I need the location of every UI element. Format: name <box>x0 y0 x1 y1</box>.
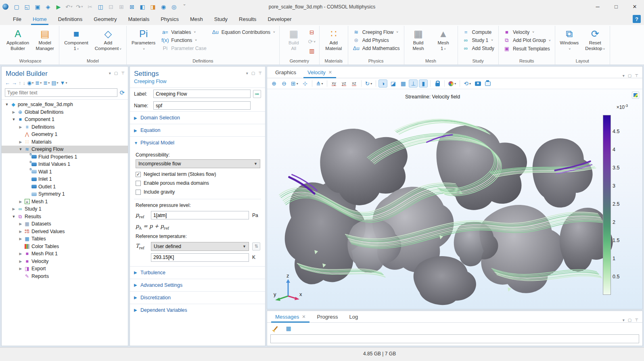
tree-item-results[interactable]: ▼⧉Results <box>2 213 128 221</box>
collapse-all-icon[interactable]: ≣▾ <box>43 80 50 86</box>
tree-item-wall-1[interactable]: Wall 1 <box>2 168 128 176</box>
panel-menu-icon[interactable]: ▾ <box>623 73 625 78</box>
menu-mesh[interactable]: Mesh <box>184 13 209 25</box>
tree-item-initial-values-1[interactable]: Initial Values 1 <box>2 161 128 168</box>
scene-light-icon[interactable]: ◑ <box>378 79 387 88</box>
copy-button[interactable]: ◫ <box>96 2 105 12</box>
redo-button[interactable]: ↷˅ <box>75 2 84 12</box>
pin-panel-icon[interactable]: ⊤ <box>258 71 262 75</box>
menu-file[interactable]: File <box>7 13 27 25</box>
add-physics-button[interactable]: ⊛Add Physics <box>351 37 401 44</box>
functions-button[interactable]: f(x)Functions˅ <box>159 37 208 44</box>
minimize-button[interactable]: ─ <box>588 0 607 13</box>
tree-expander[interactable]: ▶ <box>11 207 17 211</box>
messages-output[interactable] <box>270 334 639 343</box>
zoom-box-icon[interactable]: ⊞▾ <box>290 79 299 88</box>
tree-item-mesh-plot-1[interactable]: ▶■Mesh Plot 1 <box>2 250 128 258</box>
find-button[interactable]: ◉ <box>159 2 168 12</box>
tree-item-materials[interactable]: ▶∷Materials <box>2 138 128 146</box>
tree-item-pore-scale-flow-3d-mph[interactable]: ▼◆pore_scale_flow_3d.mph <box>2 101 128 109</box>
tree-expander[interactable]: ▶ <box>18 259 23 263</box>
forward-icon[interactable]: → <box>12 80 17 86</box>
tree-expander[interactable]: ▶ <box>18 252 23 256</box>
select-box-button[interactable]: ◧ <box>138 2 147 12</box>
clear-messages-icon[interactable] <box>271 324 280 332</box>
help-button[interactable]: ? <box>633 15 641 23</box>
tree-expander[interactable]: ▼ <box>11 117 17 121</box>
undo-button[interactable]: ↶˅ <box>64 2 74 12</box>
update-geometry-button[interactable]: ⟳˅ <box>307 38 317 46</box>
ref-pressure-input[interactable] <box>151 211 249 219</box>
new-file-button[interactable]: ▢ <box>12 2 21 12</box>
build-mesh-button[interactable]: ▦BuildMesh <box>407 26 430 58</box>
add-mathematics-button[interactable]: ΔuAdd Mathematics <box>351 45 401 52</box>
expand-all-icon[interactable]: ≣▾ <box>35 80 42 86</box>
virtual-operations-button[interactable]: ▥ <box>307 47 317 55</box>
tree-item-color-tables[interactable]: Color Tables <box>2 243 128 250</box>
tree-expander[interactable]: ▼ <box>11 215 17 219</box>
color-legend-icon[interactable]: ▮ <box>419 79 428 88</box>
tree-expander[interactable]: ▶ <box>18 222 23 226</box>
pin-panel-icon[interactable]: ⊤ <box>635 73 638 78</box>
menu-physics[interactable]: Physics <box>155 13 184 25</box>
import-geometry-button[interactable]: ⊟ <box>307 28 317 36</box>
snapshot-icon[interactable] <box>473 79 482 88</box>
menu-geometry[interactable]: Geometry <box>88 13 122 25</box>
label-input[interactable] <box>153 90 251 98</box>
tree-expander[interactable]: ▼ <box>18 147 23 151</box>
tree-item-definitions[interactable]: ▶≡Definitions <box>2 123 128 131</box>
checkbox[interactable] <box>136 190 141 195</box>
menu-study[interactable]: Study <box>209 13 233 25</box>
close-button[interactable]: ✕ <box>625 0 644 13</box>
save-as-button[interactable]: ◈ <box>43 2 53 12</box>
filter-icon[interactable]: ▼▾ <box>60 80 67 86</box>
section-advanced-settings[interactable]: ▶Advanced Settings <box>130 279 265 291</box>
close-tab-icon[interactable]: ✕ <box>302 314 305 319</box>
tree-item-creeping-flow[interactable]: ▼≋Creeping Flow <box>2 146 128 153</box>
show-icon[interactable]: ◉▾ <box>27 80 33 86</box>
tree-item-mesh-1[interactable]: ▶▲Mesh 1 <box>2 198 128 206</box>
panel-menu-icon[interactable]: ▾ <box>623 318 625 322</box>
application-builder-button[interactable]: AApplicationBuilder <box>4 26 31 58</box>
checkbox-enable-porous-media-domains[interactable]: Enable porous media domains <box>136 179 260 188</box>
tree-expander[interactable]: ▼ <box>4 102 10 106</box>
mesh-1-button[interactable]: ▲Mesh1˅ <box>432 26 455 58</box>
menu-developer[interactable]: Developer <box>262 13 297 25</box>
section-discretization[interactable]: ▶Discretization <box>130 291 265 304</box>
plot-settings-button[interactable] <box>632 92 639 99</box>
maximize-button[interactable]: □ <box>607 0 625 13</box>
tree-item-outlet-1[interactable]: Outlet 1 <box>2 183 128 191</box>
ref-temperature-select[interactable]: User defined ▼ <box>151 242 249 251</box>
cut-button[interactable]: ✂ <box>85 2 95 12</box>
tree-item-inlet-1[interactable]: Inlet 1 <box>2 175 128 183</box>
update-plot-icon[interactable]: ⟲▾ <box>462 79 472 88</box>
tree-expander[interactable]: ▶ <box>18 230 23 234</box>
duplicate-button[interactable]: ⊞ <box>117 2 126 12</box>
default-3d-view-icon[interactable]: ⋔▾ <box>315 79 324 88</box>
close-tab-icon[interactable]: ✕ <box>328 70 332 75</box>
tree-item-velocity[interactable]: ▶■Velocity <box>2 258 128 265</box>
variables-button[interactable]: a=Variables˅ <box>159 29 208 35</box>
rotate-view-icon[interactable]: ↻▾ <box>364 79 374 88</box>
model-tree-node-text-icon[interactable]: ▤▾ <box>51 80 58 86</box>
menu-materials[interactable]: Materials <box>122 13 155 25</box>
panel-menu-icon[interactable]: ▾ <box>109 71 111 75</box>
model-manager-button[interactable]: ▤ModelManager <box>33 26 56 58</box>
open-button[interactable]: ◱ <box>22 2 32 12</box>
move-down-icon[interactable]: ↓ <box>23 80 26 86</box>
lock-icon[interactable] <box>433 79 442 88</box>
tree-item-datasets[interactable]: ▶▦Datasets <box>2 220 128 228</box>
parameters-button[interactable]: PiParameters˅ <box>129 26 158 58</box>
grid-icon[interactable]: ▦ <box>399 79 408 88</box>
tree-item-reports[interactable]: ✎Reports <box>2 273 128 280</box>
section-equation[interactable]: ▶Equation <box>130 124 265 136</box>
message-table-icon[interactable]: ▦ <box>284 324 293 332</box>
parameter-case-button[interactable]: PiParameter Case <box>159 45 208 52</box>
pin-panel-icon[interactable]: ⊤ <box>121 71 125 75</box>
add-material-button[interactable]: ∷AddMaterial <box>322 26 345 58</box>
physics-interface-select[interactable]: ≋Creeping Flow˅ <box>351 29 401 35</box>
float-panel-icon[interactable]: ▢ <box>628 318 631 322</box>
messages-tab-messages[interactable]: Messages✕ <box>270 311 311 322</box>
paste-button[interactable]: ⊡ <box>106 2 116 12</box>
checkbox[interactable] <box>136 181 141 186</box>
